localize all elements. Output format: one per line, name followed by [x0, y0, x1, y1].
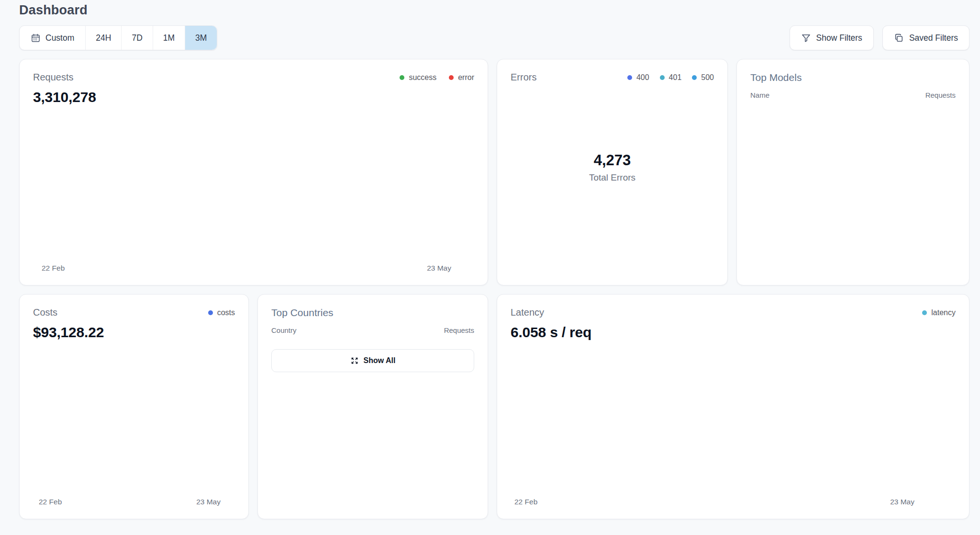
legend-item: 401	[660, 73, 682, 82]
calendar-icon	[31, 33, 41, 43]
toolbar: Custom24H7D1M3M Show Filters Saved Filte…	[19, 25, 969, 50]
legend-dot-icon	[660, 75, 665, 80]
range-button-label: 7D	[132, 33, 142, 43]
show-all-button[interactable]: Show All	[271, 349, 474, 372]
legend-label: 500	[701, 73, 714, 82]
column-header-country: Country	[271, 326, 297, 334]
range-button-label: 24H	[96, 33, 111, 43]
total-errors-value: 4,273	[594, 152, 631, 169]
toolbar-right: Show Filters Saved Filters	[790, 25, 969, 50]
latency-legend: latency	[922, 308, 956, 317]
column-header-requests: Requests	[925, 91, 956, 99]
legend-dot-icon	[692, 75, 697, 80]
funnel-icon	[801, 33, 811, 43]
range-button-24h[interactable]: 24H	[85, 26, 121, 50]
legend-label: costs	[217, 308, 235, 317]
legend-label: latency	[931, 308, 956, 317]
legend-item: error	[449, 73, 474, 82]
range-button-1m[interactable]: 1M	[153, 26, 185, 50]
total-errors-label: Total Errors	[589, 172, 635, 183]
errors-card: Errors 400401500 4,273 Total Errors	[497, 59, 728, 285]
costs-total-value: $93,128.22	[33, 324, 235, 341]
saved-filters-label: Saved Filters	[909, 33, 958, 43]
costs-legend: costs	[208, 308, 235, 317]
x-axis-end-label: 23 May	[427, 264, 451, 273]
legend-label: 400	[636, 73, 649, 82]
requests-chart	[42, 158, 451, 260]
requests-total-value: 3,310,278	[33, 89, 474, 105]
cards-row-2: Costs costs $93,128.22 22 Feb 23 May Top…	[19, 294, 980, 519]
legend-dot-icon	[400, 75, 404, 80]
expand-icon	[350, 356, 359, 365]
page-title: Dashboard	[19, 3, 980, 18]
requests-x-axis: 22 Feb 23 May	[42, 264, 451, 273]
legend-item: 500	[692, 73, 714, 82]
x-axis-start-label: 22 Feb	[514, 498, 537, 506]
column-header-requests: Requests	[444, 326, 474, 334]
costs-chart	[39, 392, 221, 493]
legend-label: success	[409, 73, 436, 82]
x-axis-end-label: 23 May	[196, 498, 221, 506]
top-models-title: Top Models	[750, 72, 956, 83]
errors-legend: 400401500	[627, 73, 714, 82]
range-button-label: Custom	[45, 33, 74, 43]
legend-dot-icon	[922, 310, 927, 315]
cards-row-1: Requests successerror 3,310,278 22 Feb 2…	[19, 59, 980, 285]
costs-x-axis: 22 Feb 23 May	[39, 498, 221, 506]
errors-card-title: Errors	[511, 72, 536, 83]
top-models-header: Name Requests	[750, 91, 956, 99]
latency-value: 6.058 s / req	[511, 324, 956, 341]
legend-label: 401	[669, 73, 682, 82]
range-button-custom[interactable]: Custom	[20, 26, 85, 50]
latency-card-title: Latency	[511, 307, 544, 318]
x-axis-end-label: 23 May	[890, 498, 914, 506]
range-button-label: 1M	[163, 33, 175, 43]
legend-item: 400	[627, 73, 649, 82]
saved-filters-button[interactable]: Saved Filters	[882, 25, 969, 50]
show-filters-button[interactable]: Show Filters	[790, 25, 874, 50]
requests-card: Requests successerror 3,310,278 22 Feb 2…	[19, 59, 488, 285]
errors-donut-chart: 4,273 Total Errors	[537, 91, 688, 243]
x-axis-start-label: 22 Feb	[42, 264, 65, 273]
top-countries-title: Top Countries	[271, 307, 474, 319]
top-countries-header: Country Requests	[271, 326, 474, 334]
requests-card-title: Requests	[33, 72, 74, 83]
copy-stack-icon	[894, 33, 904, 43]
latency-chart	[514, 391, 914, 493]
costs-card: Costs costs $93,128.22 22 Feb 23 May	[19, 294, 249, 519]
top-models-card: Top Models Name Requests	[736, 59, 969, 285]
show-all-label: Show All	[364, 356, 396, 365]
legend-item: costs	[208, 308, 235, 317]
x-axis-start-label: 22 Feb	[39, 498, 62, 506]
legend-dot-icon	[627, 75, 632, 80]
costs-card-title: Costs	[33, 307, 57, 318]
top-countries-card: Top Countries Country Requests Show All	[257, 294, 488, 519]
range-button-3m[interactable]: 3M	[185, 26, 217, 50]
legend-item: latency	[922, 308, 956, 317]
show-filters-label: Show Filters	[816, 33, 862, 43]
column-header-name: Name	[750, 91, 769, 99]
legend-label: error	[458, 73, 474, 82]
latency-card: Latency latency 6.058 s / req 22 Feb 23 …	[497, 294, 969, 519]
time-range-selector: Custom24H7D1M3M	[19, 25, 217, 50]
errors-donut-center: 4,273 Total Errors	[537, 91, 688, 243]
latency-x-axis: 22 Feb 23 May	[514, 498, 914, 506]
legend-dot-icon	[449, 75, 454, 80]
legend-dot-icon	[208, 310, 213, 315]
legend-item: success	[400, 73, 436, 82]
requests-legend: successerror	[400, 73, 474, 82]
range-button-7d[interactable]: 7D	[121, 26, 152, 50]
range-button-label: 3M	[195, 33, 207, 43]
